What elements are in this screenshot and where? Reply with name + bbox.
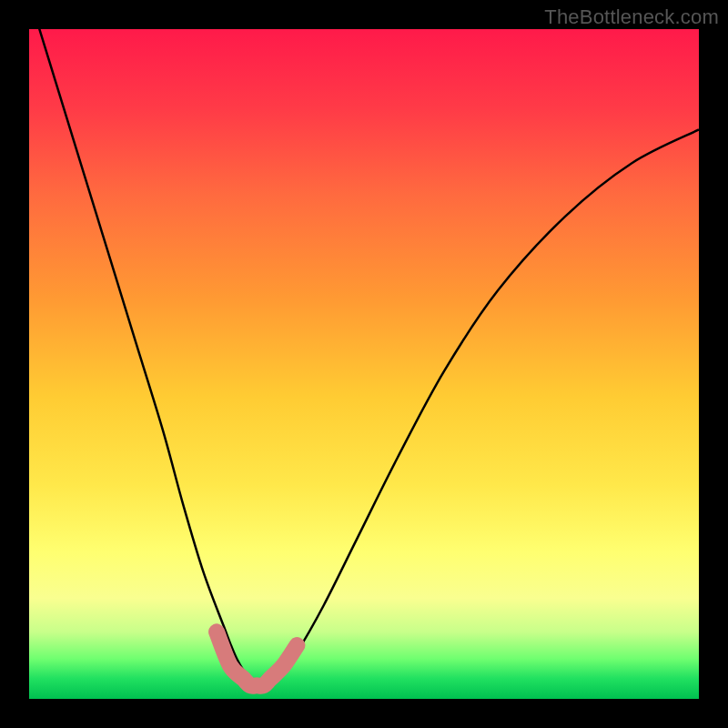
bottleneck-curve [29,0,699,685]
watermark-label: TheBottleneck.com [544,5,719,29]
curve-layer [29,29,699,699]
chart-frame: TheBottleneck.com [0,0,728,728]
plot-area [29,29,699,699]
